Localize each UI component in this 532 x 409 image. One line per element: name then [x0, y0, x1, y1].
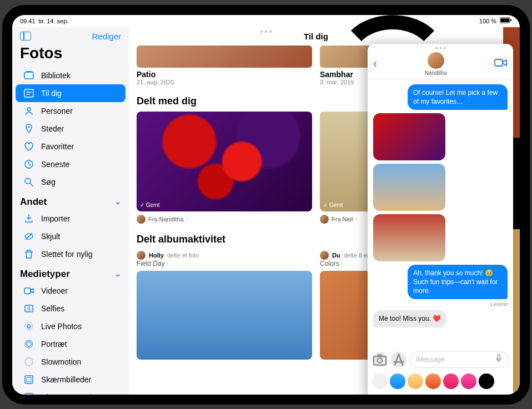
selfie-icon — [23, 303, 34, 314]
messages-app-drawer[interactable] — [368, 371, 513, 395]
sidebar-item-label: Til dig — [41, 89, 62, 98]
sidebar-item-label: Live Photos — [41, 322, 82, 331]
sidebar-title: Fotos — [12, 43, 129, 67]
facetime-button[interactable] — [494, 58, 508, 69]
clock-icon — [23, 159, 34, 170]
svg-point-13 — [27, 325, 31, 328]
app-drawer-store[interactable] — [390, 373, 405, 389]
svg-rect-25 — [498, 355, 500, 360]
sidebar-item-favorites[interactable]: Favoritter — [16, 138, 126, 155]
app-store-button[interactable] — [391, 352, 406, 367]
app-drawer-sticker[interactable] — [425, 373, 441, 389]
sidebar-item-label: Importer — [41, 214, 70, 223]
sidebar-item-screen-rec[interactable]: Skærmoptagelser — [16, 388, 126, 395]
people-icon — [23, 105, 34, 117]
avatar — [137, 251, 145, 260]
svg-rect-22 — [495, 59, 503, 66]
sidebar-item-label: Skærmoptagelser — [41, 393, 103, 395]
sidebar-item-portrait[interactable]: Portræt — [16, 335, 126, 353]
message-bubble-sent[interactable]: Of course! Let me pick a few of my favor… — [408, 84, 508, 110]
svg-point-16 — [25, 340, 33, 348]
screen: 09.41 tir. 14. sep. 100 % Rediger Fotos … — [12, 15, 520, 395]
sidebar-section-mediatypes[interactable]: Medietyper ⌄ — [12, 263, 129, 282]
conversation-scroll[interactable]: Of course! Let me pick a few of my favor… — [368, 80, 513, 348]
shared-from-row[interactable]: Fra Nanditha › — [137, 215, 312, 224]
sidebar-toggle-icon[interactable] — [20, 32, 31, 41]
hidden-icon — [23, 231, 34, 242]
sidebar-item-label: Steder — [41, 124, 64, 133]
sidebar-item-screenshots[interactable]: Skærmbilleder — [16, 371, 126, 388]
live-photos-icon — [23, 321, 34, 332]
contact-name: Nanditha — [425, 70, 447, 76]
contact-avatar[interactable] — [428, 52, 444, 69]
sidebar-item-label: Portræt — [41, 340, 67, 349]
svg-rect-3 — [24, 72, 33, 79]
sidebar-item-label: Slowmotion — [41, 357, 81, 366]
sidebar-item-search[interactable]: Søg — [16, 173, 126, 191]
sidebar-item-places[interactable]: Steder — [16, 120, 126, 138]
search-icon — [23, 176, 34, 188]
sidebar-item-library[interactable]: Bibliotek — [16, 67, 126, 84]
sidebar-section-other[interactable]: Andet ⌄ — [12, 191, 129, 210]
sidebar-item-imports[interactable]: Importer — [16, 210, 126, 228]
battery-percent: 100 % — [479, 18, 496, 24]
saved-badge: ✓ Gemt — [323, 202, 343, 208]
slide-over-handle[interactable] — [368, 44, 513, 50]
chevron-right-icon: › — [187, 216, 188, 222]
svg-rect-19 — [27, 377, 31, 382]
app-drawer-memoji[interactable] — [408, 373, 423, 389]
svg-rect-10 — [24, 288, 31, 294]
album-activity-card[interactable]: Holly delte et foto Field Day› — [137, 251, 312, 360]
album-thumbnail — [137, 271, 312, 360]
message-bubble-received[interactable]: Me too! Miss you. ❤️ — [373, 310, 446, 327]
camera-button[interactable] — [372, 352, 388, 367]
app-drawer-digital-touch[interactable] — [479, 373, 494, 389]
edit-button[interactable]: Rediger — [92, 32, 121, 41]
sidebar-item-label: Bibliotek — [41, 71, 71, 80]
svg-point-7 — [28, 126, 30, 128]
svg-point-12 — [28, 307, 30, 309]
back-button[interactable]: ‹ — [373, 57, 377, 71]
shared-card[interactable]: ✓ Gemt Fra Nanditha › — [137, 112, 312, 224]
message-image-stack[interactable] — [373, 113, 445, 261]
message-image[interactable] — [373, 113, 445, 160]
app-drawer-music[interactable] — [461, 373, 476, 389]
sidebar-item-label: Personer — [41, 107, 73, 115]
sidebar-item-videos[interactable]: Videoer — [16, 282, 126, 300]
message-image[interactable] — [373, 214, 445, 261]
svg-point-14 — [25, 322, 33, 330]
avatar — [320, 251, 329, 260]
svg-rect-1 — [500, 18, 509, 22]
dictate-button[interactable] — [495, 354, 503, 365]
chevron-right-icon: › — [356, 216, 358, 222]
sidebar-item-hidden[interactable]: Skjult — [16, 228, 126, 245]
message-image[interactable] — [373, 164, 445, 211]
sidebar-item-live-photos[interactable]: Live Photos — [16, 317, 126, 335]
screenshot-icon — [23, 374, 34, 385]
sidebar-item-label: Slettet for nylig — [41, 250, 93, 259]
memory-card[interactable]: Patio 21. aug. 2020 — [137, 46, 312, 85]
app-drawer-more[interactable] — [372, 373, 388, 389]
svg-rect-4 — [26, 71, 32, 72]
message-bubble-sent[interactable]: Ah, thank you so much! 🥹 Such fun trips—… — [408, 265, 508, 300]
places-icon — [23, 123, 34, 134]
svg-point-17 — [25, 358, 33, 366]
sidebar-item-label: Skjult — [41, 232, 60, 241]
memory-thumbnail — [137, 46, 312, 68]
chevron-down-icon: ⌄ — [115, 270, 121, 278]
sidebar-item-for-you[interactable]: Til dig — [16, 84, 126, 102]
svg-rect-20 — [25, 393, 33, 395]
message-input[interactable]: iMessage — [410, 351, 509, 368]
sidebar-item-label: Søg — [41, 178, 56, 186]
sidebar-item-slowmo[interactable]: Slowmotion — [16, 353, 126, 371]
messages-slide-over[interactable]: ‹ Nanditha Of course! Let me pick a few … — [368, 44, 513, 395]
avatar — [137, 215, 145, 224]
page-title: Til dig — [137, 32, 495, 46]
sidebar-item-selfies[interactable]: Selfies — [16, 300, 126, 317]
sidebar-item-people[interactable]: Personer — [16, 102, 126, 120]
svg-rect-11 — [25, 305, 33, 312]
sidebar-item-recents[interactable]: Seneste — [16, 155, 126, 173]
for-you-icon — [23, 88, 34, 99]
sidebar-item-recently-deleted[interactable]: Slettet for nylig — [16, 245, 126, 263]
app-drawer-find[interactable] — [443, 373, 459, 389]
